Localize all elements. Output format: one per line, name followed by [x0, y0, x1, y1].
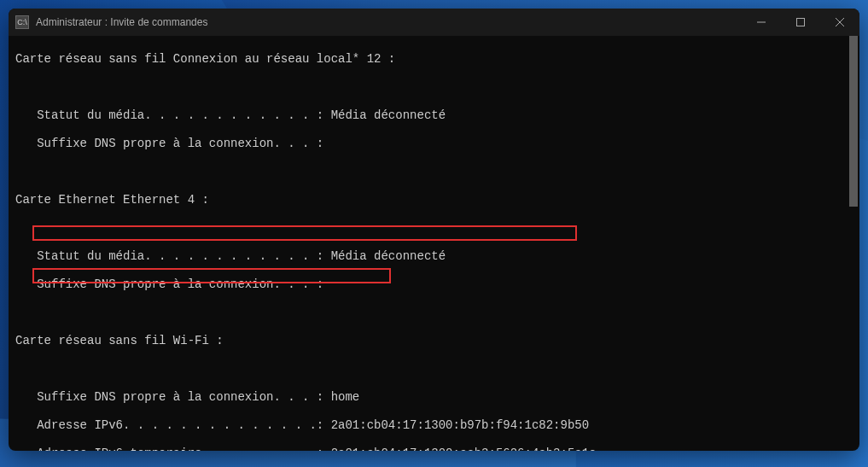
window-titlebar[interactable]: C:\ Administrateur : Invite de commandes	[9, 9, 859, 36]
ipv6-temp-address-line: Adresse IPv6 temporaire . . . . . . . .:…	[15, 447, 853, 452]
ipv6-address-line: Adresse IPv6. . . . . . . . . . . . . .:…	[15, 418, 853, 433]
scrollbar-track[interactable]	[848, 36, 859, 451]
adapter-header: Carte réseau sans fil Connexion au résea…	[15, 52, 853, 67]
dns-suffix-line: Suffixe DNS propre à la connexion. . . :…	[15, 390, 853, 405]
dns-suffix-line: Suffixe DNS propre à la connexion. . . :	[15, 137, 853, 151]
minimize-button[interactable]	[742, 9, 781, 36]
maximize-button[interactable]	[781, 9, 820, 36]
blank-line	[15, 165, 853, 179]
terminal-output[interactable]: Carte réseau sans fil Connexion au résea…	[9, 36, 859, 451]
media-status-line: Statut du média. . . . . . . . . . . . :…	[15, 249, 853, 264]
blank-line	[15, 80, 853, 95]
blank-line	[15, 306, 853, 320]
adapter-header: Carte réseau sans fil Wi-Fi :	[15, 334, 853, 348]
blank-line	[15, 362, 853, 377]
svg-rect-1	[797, 19, 805, 26]
window-controls	[742, 9, 859, 36]
scrollbar-thumb[interactable]	[849, 36, 858, 207]
close-button[interactable]	[820, 9, 859, 36]
media-status-line: Statut du média. . . . . . . . . . . . :…	[15, 108, 853, 123]
window-title: Administrateur : Invite de commandes	[36, 16, 742, 28]
adapter-header: Carte Ethernet Ethernet 4 :	[15, 193, 853, 207]
command-prompt-window: C:\ Administrateur : Invite de commandes…	[9, 9, 859, 451]
dns-suffix-line: Suffixe DNS propre à la connexion. . . :	[15, 277, 853, 292]
blank-line	[15, 221, 853, 236]
cmd-icon: C:\	[15, 15, 29, 29]
